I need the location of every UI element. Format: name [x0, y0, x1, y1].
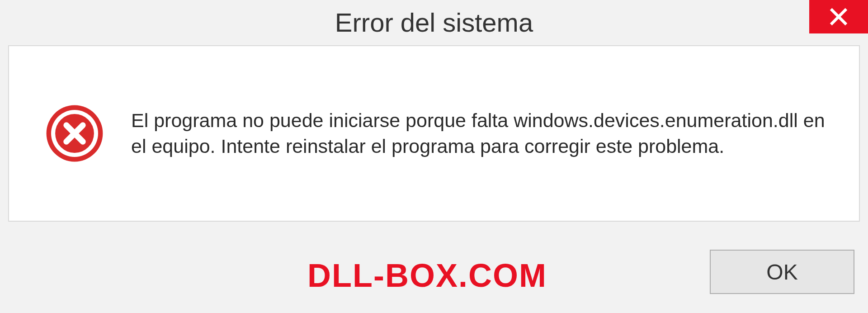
content-panel: El programa no puede iniciarse porque fa… — [8, 45, 860, 222]
dialog-title: Error del sistema — [335, 7, 533, 38]
watermark-text: DLL-BOX.COM — [307, 257, 547, 294]
titlebar: Error del sistema — [0, 0, 868, 44]
error-icon — [45, 104, 104, 163]
ok-button-label: OK — [766, 260, 797, 285]
ok-button[interactable]: OK — [710, 250, 854, 294]
error-message: El programa no puede iniciarse porque fa… — [131, 108, 841, 159]
footer: DLL-BOX.COM OK — [0, 222, 868, 312]
close-icon — [829, 7, 849, 27]
close-button[interactable] — [809, 0, 868, 33]
